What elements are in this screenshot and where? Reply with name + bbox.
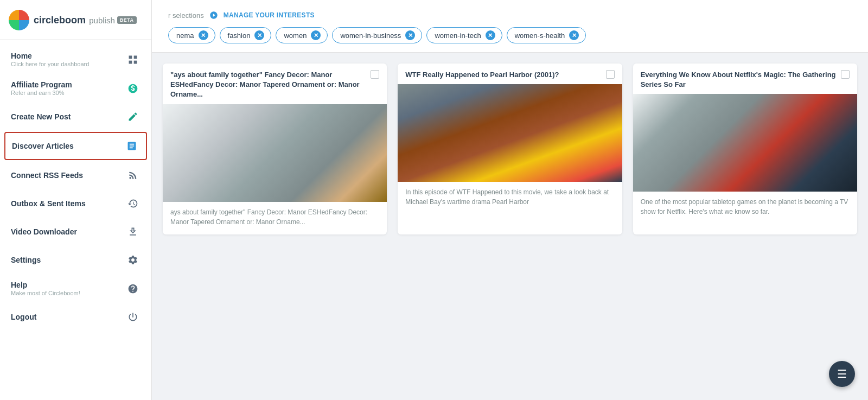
sidebar-affiliate-subtitle: Refer and earn 30% xyxy=(11,90,125,96)
tag-label: women-s-health xyxy=(515,31,565,40)
article-title: WTF Really Happened to Pearl Harbor (200… xyxy=(405,70,605,80)
tag-chip-cinema[interactable]: nema✕ xyxy=(168,27,215,43)
tag-remove-icon[interactable]: ✕ xyxy=(405,30,415,40)
article-title: Everything We Know About Netflix's Magic… xyxy=(641,70,841,90)
sidebar-video-title: Video Downloader xyxy=(11,227,125,236)
tag-label: women-in-business xyxy=(340,31,401,40)
sidebar-discover-title: Discover Articles xyxy=(12,142,124,150)
sidebar-affiliate-title: Affiliate Program xyxy=(11,80,125,89)
article-image xyxy=(163,104,387,202)
tag-label: women xyxy=(284,31,307,40)
settings-icon xyxy=(125,252,141,268)
tag-chip-women-s-health[interactable]: women-s-health✕ xyxy=(507,27,586,43)
fab-button[interactable]: ☰ xyxy=(829,361,855,387)
tags-row: nema✕fashion✕women✕women-in-business✕wom… xyxy=(168,27,852,43)
sidebar-outbox-title: Outbox & Sent Items xyxy=(11,199,125,208)
sidebar-item-affiliate[interactable]: Affiliate Program Refer and earn 30% xyxy=(0,74,151,103)
article-description: One of the most popular tabletop games o… xyxy=(633,192,857,224)
sidebar-home-subtitle: Click here for your dashboard xyxy=(11,61,125,67)
sidebar-home-title: Home xyxy=(11,52,125,60)
svg-rect-0 xyxy=(129,55,132,59)
main-header: r selections MANAGE YOUR INTERESTS nema✕… xyxy=(152,0,868,53)
svg-rect-1 xyxy=(134,55,137,59)
tag-label: fashion xyxy=(228,31,251,40)
svg-rect-3 xyxy=(134,60,137,64)
sidebar-item-video[interactable]: Video Downloader xyxy=(0,218,151,246)
article-header: Everything We Know About Netflix's Magic… xyxy=(633,64,857,94)
article-card-article-1: "ays about family together" Fancy Decor:… xyxy=(163,64,387,234)
beta-badge: BETA xyxy=(117,16,137,24)
article-image xyxy=(633,94,857,192)
help-icon xyxy=(125,281,141,296)
tag-chip-women[interactable]: women✕ xyxy=(276,27,328,43)
tag-remove-icon[interactable]: ✕ xyxy=(254,30,264,40)
article-header: WTF Really Happened to Pearl Harbor (200… xyxy=(398,64,622,84)
article-image xyxy=(398,84,622,182)
article-checkbox[interactable] xyxy=(606,70,615,79)
sidebar-help-subtitle: Make most of Circleboom! xyxy=(11,290,125,296)
tag-remove-icon[interactable]: ✕ xyxy=(569,30,579,40)
article-description: ays about family together" Fancy Decor: … xyxy=(163,202,387,234)
logo-product: publish xyxy=(87,16,115,25)
tag-remove-icon[interactable]: ✕ xyxy=(311,30,321,40)
article-title: "ays about family together" Fancy Decor:… xyxy=(170,70,371,100)
logo-icon xyxy=(9,10,29,30)
edit-icon xyxy=(125,109,141,124)
article-card-article-2: WTF Really Happened to Pearl Harbor (200… xyxy=(398,64,622,234)
history-icon xyxy=(125,196,141,211)
sidebar-settings-title: Settings xyxy=(11,256,125,264)
articles-grid: "ays about family together" Fancy Decor:… xyxy=(152,53,868,400)
sidebar-item-create-post[interactable]: Create New Post xyxy=(0,103,151,131)
sidebar-item-discover[interactable]: Discover Articles xyxy=(4,132,147,160)
sidebar-item-logout[interactable]: Logout xyxy=(0,303,151,331)
tag-label: women-in-tech xyxy=(435,31,481,40)
sidebar-item-rss[interactable]: Connect RSS Feeds xyxy=(0,161,151,189)
interests-label: r selections xyxy=(168,11,204,20)
logo-name: circleboom publish xyxy=(34,15,115,26)
sidebar-nav: Home Click here for your dashboard Affil… xyxy=(0,40,151,400)
logo-area: circleboom publish BETA xyxy=(0,0,151,40)
grid-icon xyxy=(125,52,141,67)
download-icon xyxy=(125,224,141,239)
article-checkbox[interactable] xyxy=(841,70,850,79)
settings-interests-icon xyxy=(209,11,218,20)
dollar-icon xyxy=(125,81,141,96)
sidebar-item-outbox[interactable]: Outbox & Sent Items xyxy=(0,189,151,218)
svg-rect-2 xyxy=(129,60,132,64)
manage-interests-link[interactable]: MANAGE YOUR INTERESTS xyxy=(224,11,315,19)
rss-icon xyxy=(125,168,141,183)
tag-chip-fashion[interactable]: fashion✕ xyxy=(220,27,272,43)
sidebar-rss-title: Connect RSS Feeds xyxy=(11,171,125,180)
tag-label: nema xyxy=(176,31,194,40)
sidebar-logout-title: Logout xyxy=(11,313,125,321)
sidebar-item-settings[interactable]: Settings xyxy=(0,246,151,274)
article-header: "ays about family together" Fancy Decor:… xyxy=(163,64,387,104)
tag-remove-icon[interactable]: ✕ xyxy=(486,30,495,40)
sidebar-item-home[interactable]: Home Click here for your dashboard xyxy=(0,45,151,74)
sidebar-help-title: Help xyxy=(11,281,125,289)
sidebar: circleboom publish BETA Home Click here … xyxy=(0,0,152,400)
articles-icon xyxy=(124,138,139,154)
sidebar-item-help[interactable]: Help Make most of Circleboom! xyxy=(0,274,151,303)
article-checkbox[interactable] xyxy=(371,70,379,79)
article-description: In this episode of WTF Happened to this … xyxy=(398,182,622,214)
power-icon xyxy=(125,309,141,325)
tag-chip-women-in-tech[interactable]: women-in-tech✕ xyxy=(426,27,502,43)
main-content: r selections MANAGE YOUR INTERESTS nema✕… xyxy=(152,0,868,400)
article-card-article-3: Everything We Know About Netflix's Magic… xyxy=(633,64,857,234)
tag-chip-women-in-business[interactable]: women-in-business✕ xyxy=(332,27,422,43)
interests-row: r selections MANAGE YOUR INTERESTS xyxy=(168,11,852,20)
menu-icon: ☰ xyxy=(837,367,847,380)
tag-remove-icon[interactable]: ✕ xyxy=(199,30,208,40)
sidebar-create-post-title: Create New Post xyxy=(11,112,125,121)
